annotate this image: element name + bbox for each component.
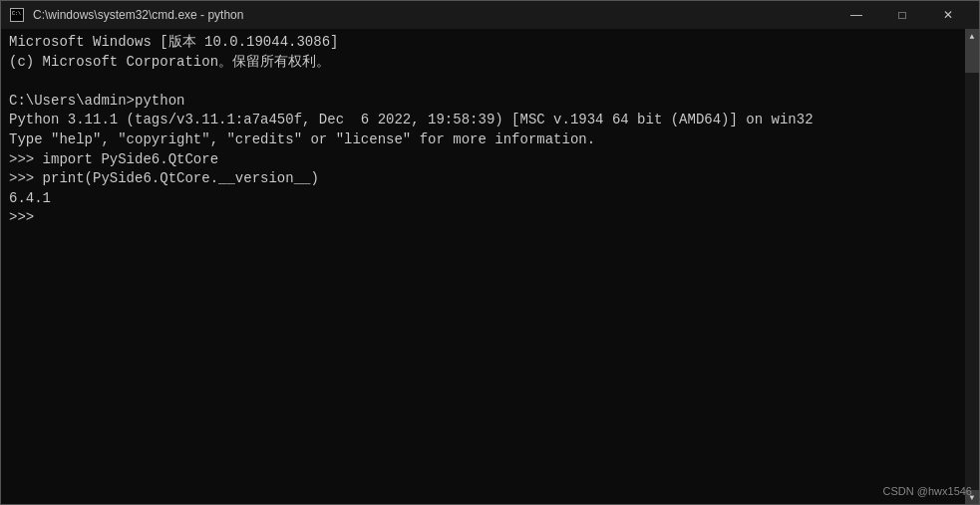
window-title: C:\windows\system32\cmd.exe - python — [33, 8, 243, 22]
terminal-line: >>> — [9, 208, 957, 228]
scroll-up-arrow[interactable]: ▲ — [965, 29, 979, 43]
terminal-output[interactable]: Microsoft Windows [版本 10.0.19044.3086](c… — [1, 29, 965, 504]
minimize-button[interactable]: — — [833, 1, 879, 29]
terminal-line — [9, 72, 957, 92]
cmd-icon — [9, 7, 25, 23]
terminal-line: 6.4.1 — [9, 189, 957, 209]
terminal-line: Microsoft Windows [版本 10.0.19044.3086] — [9, 33, 957, 53]
scrollbar[interactable]: ▲ ▼ — [965, 29, 979, 504]
content-area: Microsoft Windows [版本 10.0.19044.3086](c… — [1, 29, 979, 504]
maximize-button[interactable]: □ — [879, 1, 925, 29]
watermark: CSDN @hwx1546 — [883, 485, 972, 497]
terminal-line: >>> print(PySide6.QtCore.__version__) — [9, 169, 957, 189]
title-bar-left: C:\windows\system32\cmd.exe - python — [9, 7, 243, 23]
terminal-line: >>> import PySide6.QtCore — [9, 150, 957, 170]
terminal-line: Type "help", "copyright", "credits" or "… — [9, 130, 957, 150]
window-wrapper: C:\windows\system32\cmd.exe - python — □… — [0, 0, 980, 505]
close-button[interactable]: ✕ — [925, 1, 971, 29]
scroll-thumb[interactable] — [965, 43, 979, 73]
title-bar-controls: — □ ✕ — [833, 1, 971, 29]
title-bar: C:\windows\system32\cmd.exe - python — □… — [1, 1, 979, 29]
scroll-track[interactable] — [965, 43, 979, 490]
terminal-line: Python 3.11.1 (tags/v3.11.1:a7a450f, Dec… — [9, 111, 957, 130]
terminal-line: C:\Users\admin>python — [9, 92, 957, 112]
terminal-line: (c) Microsoft Corporation。保留所有权利。 — [9, 53, 957, 73]
cmd-window: C:\windows\system32\cmd.exe - python — □… — [0, 0, 980, 505]
